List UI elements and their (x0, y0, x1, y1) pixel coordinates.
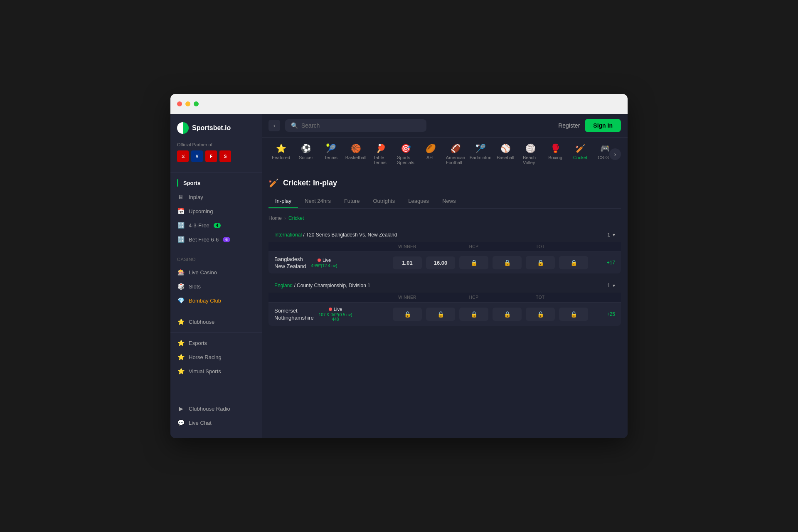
tab-sports-specials[interactable]: 🎯 Sports Specials (393, 141, 418, 167)
slots-icon: 🎲 (177, 283, 185, 290)
tab-basketball[interactable]: 🏀 Basketball (343, 141, 368, 167)
sidebar-item-live-casino[interactable]: 🎰 Live Casino (170, 265, 262, 279)
tab-beach-volley[interactable]: 🏐 Beach Volley (518, 141, 543, 167)
table-tennis-label: Table Tennis (373, 155, 388, 165)
live-dot-2 (329, 308, 332, 311)
sidebar-item-inplay[interactable]: 🖥 Inplay (170, 190, 262, 204)
odds-lock-2-1[interactable]: 🔒 (393, 308, 422, 321)
tab-tennis[interactable]: 🎾 Tennis (318, 141, 343, 167)
clubhouse-radio-icon: ▶ (177, 405, 185, 412)
virtual-sports-icon: ⭐ (177, 368, 185, 374)
content-tab-news[interactable]: News (436, 195, 463, 208)
content-tab-future[interactable]: Future (337, 195, 367, 208)
sidebar-item-upcoming[interactable]: 📅 Upcoming (170, 204, 262, 218)
sports-tabs-container: ⭐ Featured ⚽ Soccer 🎾 Tennis 🏀 Basketbal… (262, 138, 628, 171)
breadcrumb-separator: › (284, 215, 286, 221)
tab-american-football[interactable]: 🏈 American Football (443, 141, 468, 167)
header-right: Register Sign In (558, 119, 621, 132)
live-score-1: 49/6*(12.4 ov) (311, 264, 337, 268)
team2-name-2: Nottinghamshire (274, 315, 314, 321)
odds-header-winner-label-1: WINNER (391, 244, 424, 249)
tab-featured[interactable]: ⭐ Featured (268, 141, 293, 167)
minimize-dot (185, 101, 190, 106)
match-group-title-1: International / T20 Series Bangladesh Vs… (274, 232, 397, 238)
tab-badminton[interactable]: 🏸 Badminton (468, 141, 493, 167)
odds-header-tot-2 (557, 244, 590, 249)
tabs-next-arrow[interactable]: › (609, 148, 621, 160)
odds-lock-2-4[interactable]: 🔒 (493, 308, 522, 321)
active-indicator (177, 179, 178, 187)
more-odds-1[interactable]: +17 (590, 260, 615, 266)
tab-baseball[interactable]: ⚾ Baseball (493, 141, 518, 167)
content-area: 🏏 Cricket: In-play In-play Next 24hrs Fu… (262, 171, 628, 337)
tab-afl[interactable]: 🏉 AFL (418, 141, 443, 167)
433free-icon: 🔢 (177, 222, 185, 229)
tab-cricket[interactable]: 🏏 Cricket (568, 141, 593, 167)
sidebar-item-virtual-sports[interactable]: ⭐ Virtual Sports (170, 364, 262, 378)
odds-header-hcp-2a: HCP (457, 295, 490, 300)
sidebar-item-live-chat[interactable]: 💬 Live Chat (170, 416, 262, 430)
tab-csgo[interactable]: 🎮 CS:GO (593, 141, 609, 167)
logo-area: Sportsbet.io (170, 122, 262, 142)
close-dot (177, 101, 182, 106)
content-tab-next24hrs[interactable]: Next 24hrs (298, 195, 337, 208)
match-row-1: Bangladesh New Zealand Live 49/6*(12.4 o… (268, 251, 621, 273)
esports-icon: ⭐ (177, 340, 185, 346)
odds-lock-2-3[interactable]: 🔒 (459, 308, 488, 321)
odds-lock-2-2[interactable]: 🔒 (426, 308, 455, 321)
content-tab-outrights[interactable]: Outrights (366, 195, 401, 208)
register-button[interactable]: Register (558, 122, 580, 129)
odds-header-tot-label-1: TOT (524, 244, 557, 249)
live-casino-icon: 🎰 (177, 269, 185, 276)
competition-country-1[interactable]: International (274, 232, 302, 238)
odds-team1-btn[interactable]: 1.01 (393, 256, 422, 269)
sidebar-item-bombay[interactable]: 💎 Bombay Club (170, 293, 262, 308)
sidebar-item-betfree[interactable]: 🔢 Bet Free 6-6 6 (170, 232, 262, 246)
odds-lock-4[interactable]: 🔒 (559, 256, 588, 269)
soccer-label: Soccer (299, 155, 313, 160)
odds-lock-3[interactable]: 🔒 (526, 256, 555, 269)
sidebar-item-horse-racing[interactable]: ⭐ Horse Racing (170, 350, 262, 364)
live-info-1: Live 49/6*(12.4 ov) (311, 258, 337, 268)
team1-name-1: Bangladesh (274, 256, 306, 262)
sidebar-item-esports[interactable]: ⭐ Esports (170, 336, 262, 350)
odds-header-more-2 (590, 295, 615, 300)
tab-boxing[interactable]: 🥊 Boxing (543, 141, 568, 167)
odds-header-blank-2 (274, 295, 391, 300)
competition-country-2[interactable]: England (274, 283, 293, 288)
csgo-label: CS:GO (598, 155, 609, 160)
clubhouse-radio-label: Clubhouse Radio (189, 406, 230, 412)
odds-lock-1[interactable]: 🔒 (459, 256, 488, 269)
more-odds-2[interactable]: +25 (590, 311, 615, 317)
odds-header-1: WINNER HCP TOT (268, 242, 621, 251)
horse-racing-icon: ⭐ (177, 354, 185, 360)
match-row-2: Somerset Nottinghamshire Live 107 & 0/0*… (268, 302, 621, 326)
content-tab-inplay[interactable]: In-play (268, 195, 298, 208)
odds-header-winner-2 (424, 244, 457, 249)
sidebar-item-433free[interactable]: 🔢 4-3-Free 4 (170, 218, 262, 232)
odds-lock-2[interactable]: 🔒 (493, 256, 522, 269)
match-group-2: England / County Championship, Division … (268, 278, 621, 326)
collapse-button[interactable]: ‹ (268, 120, 280, 131)
breadcrumb-home[interactable]: Home (268, 215, 282, 221)
odds-lock-2-6[interactable]: 🔒 (559, 308, 588, 321)
betfree-badge: 6 (223, 237, 230, 242)
count-badge-2: 1 (607, 283, 610, 288)
section-title: Cricket: In-play (283, 179, 337, 187)
tab-table-tennis[interactable]: 🏓 Table Tennis (368, 141, 393, 167)
sidebar-item-clubhouse-radio[interactable]: ▶ Clubhouse Radio (170, 401, 262, 416)
sidebar: Sportsbet.io Official Partner of ⚔ V F S… (170, 114, 262, 438)
tab-soccer[interactable]: ⚽ Soccer (293, 141, 318, 167)
content-tab-leagues[interactable]: Leagues (401, 195, 436, 208)
search-box: 🔍 (285, 119, 426, 132)
signin-button[interactable]: Sign In (585, 119, 621, 132)
esports-label: Esports (189, 340, 207, 346)
partner-section: Official Partner of ⚔ V F S (170, 142, 262, 169)
live-status-1: Live (323, 258, 331, 263)
search-input[interactable] (301, 122, 421, 129)
sidebar-item-slots[interactable]: 🎲 Slots (170, 279, 262, 293)
sidebar-item-clubhouse[interactable]: ⭐ Clubhouse (170, 315, 262, 329)
odds-lock-2-5[interactable]: 🔒 (526, 308, 555, 321)
live-info-2: Live 107 & 0/0*(0.5 ov) 448 (319, 307, 352, 322)
odds-draw-btn[interactable]: 16.00 (426, 256, 455, 269)
